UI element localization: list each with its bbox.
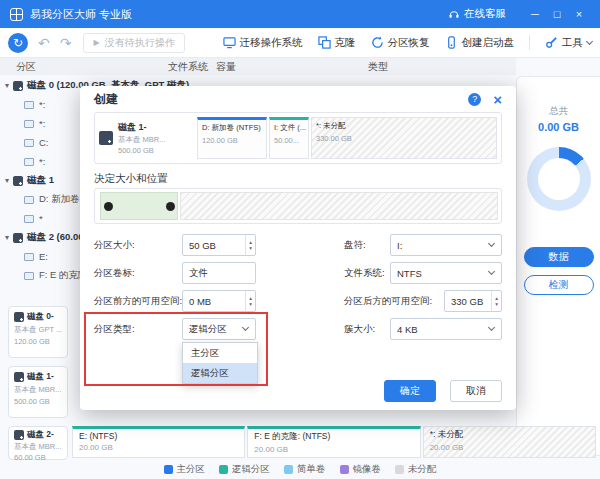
toolbar-tools[interactable]: 工具 xyxy=(545,36,592,50)
redo-button[interactable]: ↷ xyxy=(60,35,72,51)
toolbar-divider xyxy=(529,35,530,50)
partition-label: I: 文件 (... xyxy=(274,123,304,133)
list-header: 分区 文件系统 容量 类型 xyxy=(0,58,516,75)
partition-block-f[interactable]: F: E 的克隆: (NTFS) 20.00 GB xyxy=(247,426,420,458)
refresh-button[interactable]: ↻ xyxy=(8,33,28,53)
partition-size: 120.00 GB xyxy=(202,136,262,145)
cluster-size-value: 4 KB xyxy=(391,324,489,335)
legend-primary: 主分区 xyxy=(164,463,206,476)
volume-label-input[interactable]: 文件 xyxy=(182,262,256,284)
app-window: 易我分区大师 专业版 在线客服 ─ □ × ↻ ↶ ↷ ▶ 没有待执行操作 迁移… xyxy=(0,0,600,479)
slider-handle-left[interactable] xyxy=(104,202,113,211)
space-after-label: 分区后方的可用空间: xyxy=(344,295,432,308)
stepper-arrows-icon[interactable]: ▴▾ xyxy=(245,235,255,255)
partition-label: F: E 的克隆: (NTFS) xyxy=(254,431,413,443)
partition-size: 50.00... xyxy=(274,136,304,145)
disk-card-name: 磁盘 2- xyxy=(27,429,54,441)
stepper-arrows-icon[interactable]: ▴▾ xyxy=(491,291,501,311)
legend-label: 逻辑分区 xyxy=(232,463,270,476)
disk2-partition-strip: E: (NTFS) 20.00 GB F: E 的克隆: (NTFS) 20.0… xyxy=(72,426,596,458)
create-dialog: 创建 ? × 磁盘 1- 基本盘 MBR... 500.00 GB D: 新加卷… xyxy=(80,86,516,410)
legend-simple: 简单卷 xyxy=(284,463,326,476)
legend-swatch xyxy=(284,465,293,474)
disk-icon xyxy=(14,312,24,322)
cluster-size-select[interactable]: 4 KB xyxy=(390,318,502,340)
disk-card-0[interactable]: 磁盘 0- 基本盘 GPT ... 120.00 GB xyxy=(8,306,68,358)
partition-icon xyxy=(24,120,34,128)
partition-label: D: 新加卷 (NTFS) xyxy=(202,123,262,133)
partition-size: 20.00 GB xyxy=(79,443,238,452)
disk-card-desc: 基本盘 GPT ... xyxy=(14,325,62,335)
toolbar-migrate-os[interactable]: 迁移操作系统 xyxy=(223,36,303,50)
dialog-disk-name: 磁盘 1- xyxy=(118,121,166,134)
dialog-disk-size: 500.00 GB xyxy=(118,146,166,155)
disk-card-desc: 基本盘 MBR... xyxy=(14,442,62,452)
partition-block-e[interactable]: E: (NTFS) 20.00 GB xyxy=(72,426,245,458)
app-logo-icon xyxy=(10,8,23,21)
partition-block-unallocated[interactable]: *: 未分配 20.00 GB xyxy=(423,426,596,458)
legend-logical: 逻辑分区 xyxy=(219,463,270,476)
data-button[interactable]: 数据 xyxy=(524,247,594,267)
minimize-button[interactable]: ─ xyxy=(524,8,546,20)
usage-donut-chart xyxy=(527,147,591,211)
undo-button[interactable]: ↶ xyxy=(38,35,50,51)
tree-row-label: C: xyxy=(39,137,49,148)
partition-label: *: 未分配 xyxy=(430,429,589,441)
online-support-link[interactable]: 在线客服 xyxy=(448,7,506,21)
space-before-stepper[interactable]: 0 MB ▴▾ xyxy=(182,290,256,312)
partition-type-value: 逻辑分区 xyxy=(183,323,243,336)
disk-icon xyxy=(13,233,23,243)
volume-label-value: 文件 xyxy=(183,267,255,280)
expand-caret-icon[interactable]: ▾ xyxy=(5,81,9,90)
toolbar-partition-recovery[interactable]: 分区恢复 xyxy=(371,36,430,50)
tree-row-label: E: xyxy=(39,251,48,262)
space-after-stepper[interactable]: 330 GB ▴▾ xyxy=(444,290,502,312)
form-row-3: 分区前方的可用空间: 0 MB ▴▾ 分区后方的可用空间: 330 GB ▴▾ xyxy=(94,290,502,312)
headset-icon xyxy=(448,8,460,20)
toolbar-create-bootable-disk[interactable]: 创建启动盘 xyxy=(445,36,515,50)
dropdown-option-logical[interactable]: 逻辑分区 xyxy=(183,363,257,383)
maximize-button[interactable]: □ xyxy=(546,8,568,20)
toolbar-clone[interactable]: 克隆 xyxy=(318,36,356,50)
partition-type-dropdown-list: 主分区 逻辑分区 xyxy=(182,342,258,384)
column-type: 类型 xyxy=(368,60,388,74)
disk-icon xyxy=(14,372,24,382)
toolbar-clone-label: 克隆 xyxy=(335,36,356,50)
form-row-2: 分区卷标: 文件 文件系统: NTFS xyxy=(94,262,502,284)
tree-row-label: * xyxy=(39,213,43,224)
slider-track xyxy=(98,192,498,220)
wrench-icon xyxy=(545,36,558,49)
cancel-button[interactable]: 取消 xyxy=(450,380,502,402)
dropdown-option-primary[interactable]: 主分区 xyxy=(183,343,257,363)
size-position-slider[interactable] xyxy=(94,188,502,224)
slider-handle-right[interactable] xyxy=(166,202,175,211)
partition-type-select[interactable]: 逻辑分区 xyxy=(182,318,256,340)
drive-letter-select[interactable]: I: xyxy=(390,234,502,256)
clone-icon xyxy=(318,36,331,49)
partition-icon xyxy=(24,253,34,261)
recovery-icon xyxy=(371,36,384,49)
partition-size-value: 50 GB xyxy=(183,240,245,251)
disk-card-2[interactable]: 磁盘 2- 基本盘 MBR... 60.00 GB xyxy=(8,426,68,460)
legend-label: 镜像卷 xyxy=(353,463,382,476)
pending-operations-button[interactable]: ▶ 没有待执行操作 xyxy=(83,33,184,53)
expand-caret-icon[interactable]: ▾ xyxy=(5,176,9,185)
disk-icon xyxy=(14,430,24,440)
ok-button[interactable]: 确定 xyxy=(384,380,436,402)
filesystem-label: 文件系统: xyxy=(344,267,385,280)
disk-card-1[interactable]: 磁盘 1- 基本盘 MBR... 500.00 GB xyxy=(8,366,68,418)
close-button[interactable]: × xyxy=(568,8,590,20)
stepper-arrows-icon[interactable]: ▴▾ xyxy=(245,291,255,311)
partition-block-unallocated[interactable]: *: 未分配 330.00 GB xyxy=(311,117,497,159)
partition-block-d[interactable]: D: 新加卷 (NTFS) 120.00 GB xyxy=(197,117,267,159)
legend-swatch xyxy=(340,465,349,474)
partition-block-i[interactable]: I: 文件 (... 50.00... xyxy=(269,117,309,159)
partition-size-stepper[interactable]: 50 GB ▴▾ xyxy=(182,234,256,256)
help-icon[interactable]: ? xyxy=(468,93,481,106)
legend-label: 简单卷 xyxy=(297,463,326,476)
partition-size: 20.00 GB xyxy=(254,445,413,454)
check-button[interactable]: 检测 xyxy=(524,275,594,295)
filesystem-select[interactable]: NTFS xyxy=(390,262,502,284)
dialog-close-icon[interactable]: × xyxy=(493,93,502,106)
expand-caret-icon[interactable]: ▾ xyxy=(5,233,9,242)
